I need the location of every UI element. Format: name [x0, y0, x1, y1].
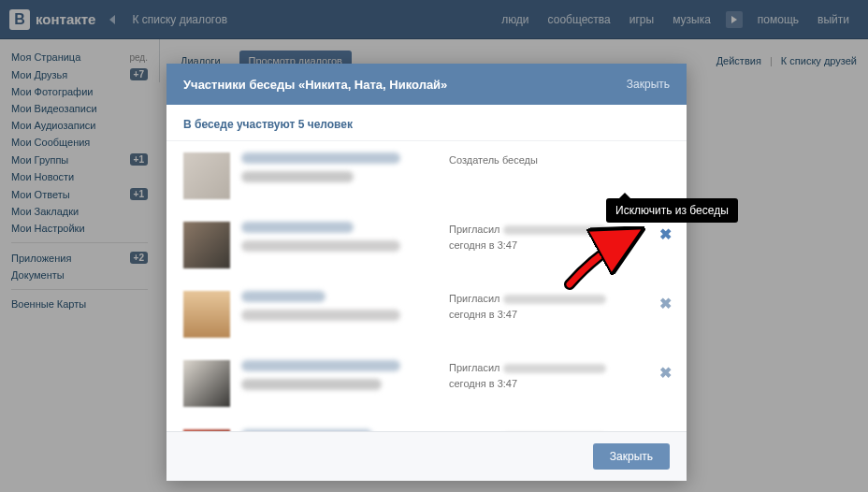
avatar[interactable]: [183, 360, 230, 407]
blurred-inviter: [503, 225, 606, 235]
modal-header: Участники беседы «Никита, Ната, Николай»…: [166, 64, 687, 105]
member-row: Пригласил сегодня в 3:47 ✖: [183, 349, 681, 418]
member-name-col: [241, 291, 438, 328]
blurred-name: [241, 152, 400, 164]
blurred-inviter: [503, 364, 606, 373]
member-invite-info: Пригласил сегодня в 3:47: [449, 291, 644, 322]
invited-label: Пригласил: [449, 293, 500, 304]
avatar[interactable]: [183, 429, 230, 431]
invited-label: Пригласил: [449, 224, 500, 235]
modal-body[interactable]: Создатель беседы Пригласил сегодня в 3:4…: [166, 141, 687, 431]
member-name-col: [241, 222, 438, 259]
remove-member-icon[interactable]: ✖: [656, 224, 675, 245]
member-name-col: [241, 360, 438, 398]
blurred-subtext: [241, 171, 354, 182]
member-name-col: [241, 429, 438, 431]
remove-member-icon[interactable]: ✖: [656, 362, 675, 383]
invite-time: сегодня в 3:47: [449, 378, 517, 389]
member-row: Пригласил ✖: [183, 418, 681, 431]
avatar[interactable]: [183, 222, 230, 268]
member-name-col: [241, 152, 438, 190]
blurred-name: [241, 222, 354, 233]
participants-modal: Участники беседы «Никита, Ната, Николай»…: [166, 64, 687, 481]
invite-time: сегодня в 3:47: [449, 239, 517, 251]
blurred-name: [241, 429, 372, 431]
invited-label: Пригласил: [449, 362, 500, 373]
avatar[interactable]: [183, 152, 230, 199]
modal-title: Участники беседы «Никита, Ната, Николай»: [183, 78, 447, 92]
member-role: Создатель беседы: [449, 152, 675, 168]
modal-close-link[interactable]: Закрыть: [627, 78, 670, 91]
member-invite-info: Пригласил сегодня в 3:47: [449, 222, 644, 253]
avatar[interactable]: [183, 291, 230, 338]
blurred-subtext: [241, 240, 400, 252]
member-invite-info: Пригласил: [449, 429, 644, 431]
modal-subtitle: В беседе участвуют 5 человек: [166, 105, 687, 141]
blurred-subtext: [241, 310, 400, 321]
exclude-tooltip: Исключить из беседы: [606, 198, 738, 223]
member-invite-info: Пригласил сегодня в 3:47: [449, 360, 644, 391]
invite-time: сегодня в 3:47: [449, 309, 517, 320]
close-button[interactable]: Закрыть: [593, 443, 670, 470]
remove-member-icon[interactable]: ✖: [656, 293, 675, 314]
blurred-name: [241, 291, 326, 302]
blurred-inviter: [503, 295, 606, 304]
blurred-name: [241, 360, 400, 371]
modal-footer: Закрыть: [166, 431, 687, 481]
member-row: Пригласил сегодня в 3:47 ✖: [183, 280, 681, 349]
blurred-subtext: [241, 379, 382, 390]
